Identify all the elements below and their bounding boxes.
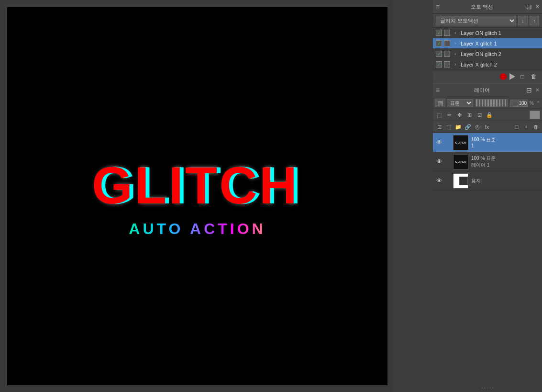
canvas-inner: GLITCH AUTO ACTION — [7, 7, 387, 385]
action-bottom-toolbar: □ 🗑 — [433, 70, 542, 83]
action-item-3[interactable]: › Layer ON glitch 2 — [433, 49, 542, 59]
action-record-1 — [444, 30, 450, 36]
action-label-4: Layer X glitch 2 — [461, 62, 539, 67]
canvas-area: GLITCH AUTO ACTION — [0, 0, 392, 392]
auto-action-expand-btn[interactable]: ⊟ — [524, 2, 534, 11]
layer-panel-menu-btn[interactable]: ≡ — [436, 87, 440, 93]
layer-style-btn[interactable]: fx — [483, 123, 491, 131]
opacity-unit: % — [530, 101, 534, 106]
layer-adjustment-btn[interactable]: ◎ — [473, 123, 482, 131]
layer-opacity-input[interactable]: 100 — [510, 100, 528, 107]
layer-link-1 — [445, 139, 452, 146]
layer-vector-mask-btn[interactable]: ⬚ — [444, 123, 453, 131]
layer-item-2[interactable]: 👁 GLITCH 100 % 표준 레이어 1 — [433, 152, 542, 171]
layer-name-3-line2: 용지 — [471, 178, 540, 184]
layer-link-3 — [445, 178, 452, 184]
action-expand-3[interactable]: › — [452, 51, 459, 57]
action-set-dropdown[interactable]: 글리치 오토액션 — [436, 16, 516, 25]
layer-item-3[interactable]: 👁 용지 — [433, 171, 542, 190]
glitch-text-container: GLITCH AUTO ACTION — [94, 155, 301, 238]
action-checkbox-2[interactable] — [436, 40, 442, 46]
lock-all-btn[interactable]: 🔒 — [485, 111, 494, 119]
action-checkbox-3[interactable] — [436, 51, 442, 57]
delete-action-btn[interactable]: 🗑 — [530, 72, 538, 81]
layer-panel-expand-btn[interactable]: ⊟ — [524, 85, 534, 95]
layer-eye-1[interactable]: 👁 — [435, 138, 443, 147]
auto-action-menu-btn[interactable]: ≡ — [436, 3, 440, 10]
new-action-set-btn[interactable]: □ — [518, 72, 527, 81]
auto-action-titlebar: ≡ 오토 액션 ⊟ × — [433, 0, 542, 14]
layer-new-btn[interactable]: + — [522, 123, 531, 131]
layer-fill-btn[interactable] — [530, 111, 540, 119]
load-action-btn[interactable]: ↓ — [518, 16, 528, 25]
action-items-list: › Layer ON glitch 1 › Layer X glitch 1 ›… — [433, 28, 542, 70]
action-record-4 — [444, 61, 450, 67]
layer-channel-mask-btn[interactable]: ⊡ — [435, 123, 443, 131]
auto-action-toolbar: 글리치 오토액션 ↓ ↑ — [433, 14, 542, 28]
layer-info-2: 100 % 표준 레이어 1 — [471, 155, 540, 168]
layer-panel-close-btn[interactable]: × — [536, 87, 539, 93]
play-action-btn[interactable] — [509, 73, 515, 80]
layer-name-1-line1: 100 % 표준 — [471, 136, 540, 143]
auto-action-close-btn[interactable]: × — [536, 3, 539, 10]
layer-delete-btn[interactable]: 🗑 — [531, 123, 540, 131]
right-panel: ≡ 오토 액션 ⊟ × 글리치 오토액션 ↓ ↑ › Layer ON glit… — [433, 0, 542, 392]
save-action-btn[interactable]: ↑ — [530, 16, 539, 25]
layer-link-btn[interactable]: 🔗 — [464, 123, 472, 131]
action-item-2[interactable]: › Layer X glitch 1 — [433, 38, 542, 49]
glitch-main-text: GLITCH — [94, 155, 301, 215]
panel-resize-dots: · · · · · — [433, 384, 542, 392]
lock-artboard-btn[interactable]: ⊞ — [465, 111, 474, 119]
action-label-2: Layer X glitch 1 — [461, 41, 539, 46]
lock-transparent-btn[interactable]: ⬚ — [435, 111, 443, 119]
layer-name-2-line2: 레이어 1 — [471, 162, 540, 168]
action-label-3: Layer ON glitch 2 — [461, 51, 539, 57]
layer-info-3: 용지 — [471, 178, 540, 184]
action-item-1[interactable]: › Layer ON glitch 1 — [433, 28, 542, 38]
layer-name-2-line1: 100 % 표준 — [471, 155, 540, 162]
action-item-4[interactable]: › Layer X glitch 2 — [433, 59, 542, 70]
layer-kind-dropdown[interactable]: ▤ — [435, 99, 445, 107]
auto-action-title: 오토 액션 — [440, 3, 524, 11]
action-checkbox-4[interactable] — [436, 61, 442, 67]
action-label-1: Layer ON glitch 1 — [461, 30, 539, 36]
lock-artboard-btn2[interactable]: ⊡ — [475, 111, 484, 119]
layer-info-1: 100 % 표준 1 — [471, 136, 540, 148]
layer-third-toolbar: ⊡ ⬚ 📁 🔗 ◎ fx □ + 🗑 — [433, 121, 542, 133]
lock-position-btn[interactable]: ✥ — [455, 111, 464, 119]
action-expand-2[interactable]: › — [452, 40, 459, 47]
action-expand-1[interactable]: › — [452, 30, 459, 36]
layer-panel-title: 레이어 — [440, 87, 524, 94]
layer-thumb-1: GLITCH — [453, 135, 468, 150]
layer-thumb-3 — [453, 173, 468, 189]
auto-action-panel: ≡ 오토 액션 ⊟ × 글리치 오토액션 ↓ ↑ › Layer ON glit… — [433, 0, 542, 83]
layer-blend-mode-select[interactable]: 표준 — [447, 99, 473, 107]
layer-panel-toolbar: ▤ 표준 100 % ⌃ — [433, 97, 542, 109]
layer-opacity-slider[interactable] — [476, 99, 508, 107]
layer-panel-titlebar: ≡ 레이어 ⊟ × — [433, 83, 542, 97]
layers-container: 👁 GLITCH 100 % 표준 1 👁 GLITCH 100 % 표준 — [433, 133, 542, 384]
layer-item-1[interactable]: 👁 GLITCH 100 % 표준 1 — [433, 133, 542, 152]
opacity-stepper[interactable]: ⌃ — [536, 101, 540, 106]
layer-panel: ≡ 레이어 ⊟ × ▤ 표준 100 % ⌃ ⬚ ✏ ✥ ⊞ ⊡ 🔒 ⊡ — [433, 83, 542, 392]
action-expand-4[interactable]: › — [452, 61, 459, 68]
layer-eye-2[interactable]: 👁 — [435, 157, 443, 166]
layer-thumb-2: GLITCH — [453, 154, 468, 169]
action-record-3 — [444, 51, 450, 57]
layer-name-1-line2: 1 — [471, 143, 540, 148]
action-record-2 — [444, 40, 450, 46]
layer-link-2 — [445, 158, 452, 165]
glitch-sub-text: AUTO ACTION — [94, 220, 301, 238]
layer-second-toolbar: ⬚ ✏ ✥ ⊞ ⊡ 🔒 — [433, 109, 542, 121]
lock-pixels-btn[interactable]: ✏ — [445, 111, 454, 119]
layer-group-btn[interactable]: 📁 — [454, 123, 463, 131]
stop-recording-btn[interactable] — [500, 73, 507, 80]
layer-eye-3[interactable]: 👁 — [435, 177, 443, 185]
action-checkbox-1[interactable] — [436, 30, 442, 36]
layer-mask-icon2[interactable]: □ — [512, 123, 521, 131]
